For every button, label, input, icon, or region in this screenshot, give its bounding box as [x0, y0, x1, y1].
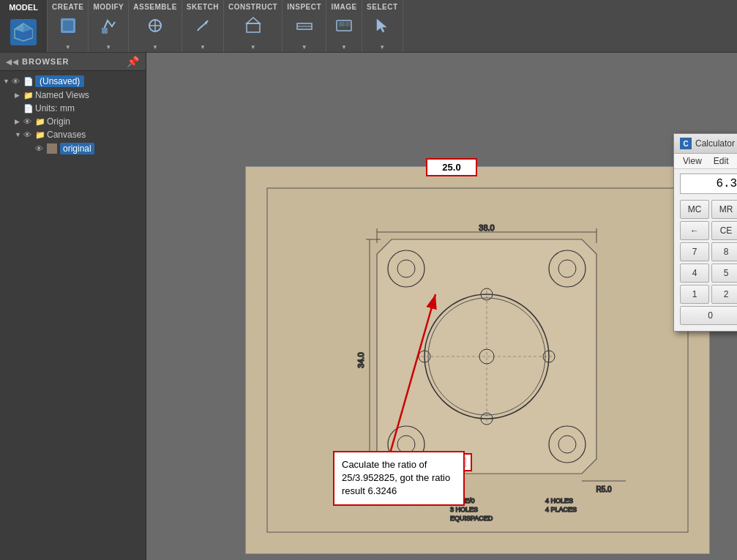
visibility-icon[interactable]: 👁 [12, 77, 22, 86]
folder-icon: 📁 [23, 91, 34, 100]
btn-1[interactable]: 1 [680, 285, 709, 304]
inspect-label: INSPECT [287, 3, 321, 11]
browser-title: BROWSER [22, 57, 69, 66]
btn-5[interactable]: 5 [711, 264, 737, 283]
calculator-menubar: View Edit Help [674, 154, 737, 169]
origin-label: Origin [47, 116, 70, 127]
create-label: CREATE [52, 3, 83, 11]
calculator-window: C Calculator ─ □ ✕ View Edit Help 6.3245… [673, 133, 737, 332]
browser-pin-icon[interactable]: 📌 [127, 56, 140, 67]
svg-text:R5.0: R5.0 [596, 485, 612, 493]
browser-header: ◀◀ BROWSER 📌 [0, 53, 146, 71]
svg-text:4 PLACES: 4 PLACES [545, 506, 577, 513]
model-section: MODEL [0, 0, 48, 52]
menu-view[interactable]: View [677, 155, 708, 167]
model-icon[interactable] [10, 19, 37, 45]
inspect-section: INSPECT ▼ [283, 0, 326, 52]
tree-item-origin[interactable]: ▶ 👁 📁 Origin [12, 115, 146, 128]
select-label: SELECT [367, 3, 397, 11]
calculator-titlebar[interactable]: C Calculator ─ □ ✕ [674, 134, 737, 154]
assemble-label: ASSEMBLE [133, 3, 177, 11]
annotation-25: 25.0 [426, 158, 477, 176]
canvases-label: Canvases [47, 130, 86, 140]
menu-help[interactable]: Help [734, 155, 737, 167]
create-arrow: ▼ [65, 44, 71, 51]
svg-rect-16 [345, 22, 350, 26]
sketch-arrow: ▼ [200, 44, 206, 51]
original-thumb [47, 143, 57, 154]
tree-collapse-arrow[interactable]: ▼ [3, 78, 10, 85]
canvases-folder-icon: 📁 [35, 130, 45, 140]
tree-item-named-views[interactable]: ▶ 📁 Named Views [12, 89, 146, 102]
annotation-25-value: 25.0 [442, 162, 460, 173]
menu-edit[interactable]: Edit [708, 155, 735, 167]
calculator-display: 6.32459064087077 [680, 173, 737, 194]
original-label: original [60, 143, 94, 154]
inspect-icon[interactable] [291, 12, 318, 39]
btn-mr[interactable]: MR [711, 200, 737, 219]
select-section: SELECT ▼ [362, 0, 403, 52]
btn-8[interactable]: 8 [711, 242, 737, 261]
image-label: IMAGE [331, 3, 356, 11]
sketch-label: SKETCH [187, 3, 219, 11]
svg-rect-10 [247, 23, 260, 32]
btn-0[interactable]: 0 [680, 306, 737, 325]
btn-4[interactable]: 4 [680, 264, 709, 283]
assemble-icon[interactable] [142, 12, 168, 39]
browser-panel: ◀◀ BROWSER 📌 ▼ 👁 📄 (Unsaved) ▶ 📁 Named V… [0, 53, 146, 560]
modify-section: MODIFY ▼ [89, 0, 129, 52]
visibility-icon-canvases[interactable]: 👁 [23, 130, 34, 139]
inspect-arrow: ▼ [302, 44, 307, 51]
modify-icon[interactable] [95, 12, 121, 39]
tree-expand-arrow-origin[interactable]: ▶ [15, 118, 22, 125]
units-icon: 📄 [23, 104, 34, 113]
svg-rect-6 [102, 28, 108, 34]
image-icon[interactable] [331, 12, 357, 39]
svg-marker-11 [247, 18, 260, 23]
callout-text: Caculate the ratio of 25/3.952825, got t… [342, 459, 450, 496]
svg-rect-5 [63, 20, 73, 31]
visibility-icon-origin[interactable]: 👁 [23, 117, 34, 126]
btn-2[interactable]: 2 [711, 285, 737, 304]
construct-arrow: ▼ [250, 44, 256, 51]
canvas-area: 38.0 34.0 R5.0 ACME/0 3 HOLES EQUISPACED… [146, 53, 737, 560]
assemble-section: ASSEMBLE ▼ [129, 0, 182, 52]
svg-text:38.0: 38.0 [479, 223, 494, 232]
technical-drawing: 38.0 34.0 R5.0 ACME/0 3 HOLES EQUISPACED… [245, 166, 710, 554]
toolbar: MODEL CREATE ▼ MODIFY [0, 0, 737, 53]
tree-item-original[interactable]: 👁 original [23, 141, 146, 156]
browser-tree: ▼ 👁 📄 (Unsaved) ▶ 📁 Named Views 📄 Units:… [0, 71, 146, 159]
tree-item-unsaved[interactable]: ▼ 👁 📄 (Unsaved) [0, 74, 146, 89]
tree-item-units[interactable]: 📄 Units: mm [12, 102, 146, 115]
image-arrow: ▼ [341, 44, 347, 51]
model-label: MODEL [9, 3, 38, 12]
btn-7[interactable]: 7 [680, 242, 709, 261]
btn-mc[interactable]: MC [680, 200, 709, 219]
svg-text:3 HOLES: 3 HOLES [450, 506, 478, 513]
calculator-buttons: MC MR MS M+ M- ← CE C ± √ 7 8 9 / % 4 5 … [674, 197, 737, 331]
svg-text:4 HOLES: 4 HOLES [545, 497, 573, 504]
btn-backspace[interactable]: ← [680, 221, 709, 240]
select-icon[interactable] [369, 12, 395, 39]
calculator-icon: C [680, 138, 692, 149]
create-section: CREATE ▼ [48, 0, 89, 52]
construct-icon[interactable] [240, 12, 266, 39]
select-arrow: ▼ [379, 44, 385, 51]
origin-folder-icon: 📁 [35, 117, 45, 127]
visibility-icon-original[interactable]: 👁 [35, 144, 45, 153]
browser-collapse-arrow[interactable]: ◀◀ [6, 58, 19, 66]
calculator-title: Calculator [695, 138, 735, 149]
callout-box: Caculate the ratio of 25/3.952825, got t… [333, 451, 465, 506]
tree-label: (Unsaved) [35, 75, 84, 87]
modify-arrow: ▼ [105, 44, 111, 51]
tree-expand-arrow[interactable]: ▶ [15, 92, 22, 99]
units-label: Units: mm [35, 103, 75, 113]
construct-section: CONSTRUCT ▼ [224, 0, 283, 52]
tree-item-canvases[interactable]: ▼ 👁 📁 Canvases [12, 128, 146, 141]
sketch-icon[interactable] [190, 12, 216, 39]
btn-ce[interactable]: CE [711, 221, 737, 240]
folder-icon: 📄 [23, 77, 34, 86]
tree-collapse-arrow-canvases[interactable]: ▼ [15, 131, 22, 138]
svg-text:34.0: 34.0 [356, 352, 365, 367]
create-icon[interactable] [55, 12, 81, 39]
